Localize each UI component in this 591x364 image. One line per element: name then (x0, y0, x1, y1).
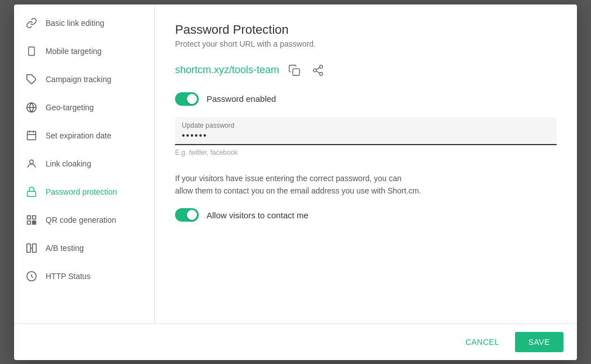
svg-rect-15 (34, 223, 36, 224)
sidebar-item-campaign-tracking[interactable]: Campaign tracking (14, 65, 154, 93)
dialog-footer: CANCEL SAVE (14, 323, 577, 360)
password-field-label: Update password (182, 122, 550, 129)
allow-contact-row: Allow visitors to contact me (175, 208, 557, 222)
sidebar-label-http-status: HTTP Status (46, 272, 91, 281)
svg-rect-13 (28, 221, 31, 224)
svg-rect-11 (28, 215, 31, 219)
sidebar-label-set-expiration-date: Set expiration date (46, 131, 111, 140)
svg-line-27 (316, 67, 320, 69)
sidebar-item-mobile-targeting[interactable]: Mobile targeting (14, 37, 154, 65)
sidebar-label-campaign-tracking: Campaign tracking (46, 75, 111, 84)
http-icon (25, 270, 38, 282)
svg-point-9 (30, 160, 34, 164)
tag-icon (25, 73, 38, 86)
sidebar-label-link-cloaking: Link cloaking (46, 159, 91, 168)
sidebar-item-geo-targeting[interactable]: Geo-targeting (14, 93, 154, 122)
svg-line-26 (316, 71, 320, 73)
sidebar-item-set-expiration-date[interactable]: Set expiration date (14, 122, 154, 150)
share-button[interactable] (310, 62, 326, 79)
sidebar-item-basic-link-editing[interactable]: Basic link editing (14, 9, 154, 37)
svg-rect-17 (34, 221, 36, 222)
svg-rect-0 (29, 47, 35, 55)
svg-rect-14 (33, 221, 34, 222)
password-field-value[interactable]: •••••• (182, 131, 550, 141)
sidebar: Basic link editing Mobile targeting (14, 5, 155, 323)
sidebar-label-basic-link-editing: Basic link editing (46, 19, 104, 28)
svg-rect-19 (33, 244, 37, 252)
clock-icon (25, 129, 38, 142)
copy-button[interactable] (286, 62, 303, 79)
svg-point-24 (314, 69, 317, 72)
svg-rect-16 (33, 223, 34, 224)
sidebar-item-password-protection[interactable]: Password protection (14, 178, 154, 206)
sidebar-label-mobile-targeting: Mobile targeting (46, 47, 102, 56)
info-text: If your visitors have issue entering the… (175, 172, 557, 197)
allow-contact-label: Allow visitors to contact me (207, 210, 308, 220)
sidebar-item-qr-code-generation[interactable]: QR code generation (14, 206, 154, 234)
svg-rect-18 (27, 244, 31, 252)
ab-icon (25, 242, 38, 254)
sidebar-item-ab-testing[interactable]: A/B testing (14, 234, 154, 262)
svg-point-25 (320, 72, 323, 75)
password-enabled-toggle[interactable] (175, 92, 199, 106)
password-enabled-row: Password enabled (175, 92, 557, 106)
svg-point-23 (320, 65, 323, 68)
password-hint: E.g. twitter, facebook (175, 149, 557, 156)
dialog: Basic link editing Mobile targeting (14, 5, 577, 360)
section-title: Password Protection (175, 23, 557, 37)
allow-contact-toggle[interactable] (175, 208, 199, 222)
password-field-container: Update password •••••• (175, 117, 557, 145)
person-icon (25, 158, 38, 170)
sidebar-label-ab-testing: A/B testing (46, 244, 84, 253)
globe-icon (25, 101, 38, 114)
mobile-icon (25, 45, 38, 57)
link-icon (25, 17, 38, 29)
main-content: Password Protection Protect your short U… (155, 5, 577, 323)
cancel-button[interactable]: CANCEL (454, 332, 511, 352)
password-enabled-label: Password enabled (207, 94, 276, 104)
sidebar-item-http-status[interactable]: HTTP Status (14, 262, 154, 290)
save-button[interactable]: SAVE (515, 332, 563, 352)
lock-icon (25, 186, 38, 198)
sidebar-label-password-protection: Password protection (46, 187, 117, 196)
svg-rect-10 (28, 191, 36, 196)
url-row: shortcm.xyz/tools-team (175, 62, 557, 79)
svg-rect-22 (293, 69, 299, 75)
sidebar-item-link-cloaking[interactable]: Link cloaking (14, 150, 154, 178)
svg-rect-12 (33, 215, 36, 219)
qr-icon (25, 214, 38, 226)
section-subtitle: Protect your short URL with a password. (175, 39, 557, 48)
sidebar-label-geo-targeting: Geo-targeting (46, 103, 94, 112)
sidebar-label-qr-code-generation: QR code generation (46, 215, 116, 224)
short-url[interactable]: shortcm.xyz/tools-team (175, 64, 279, 76)
